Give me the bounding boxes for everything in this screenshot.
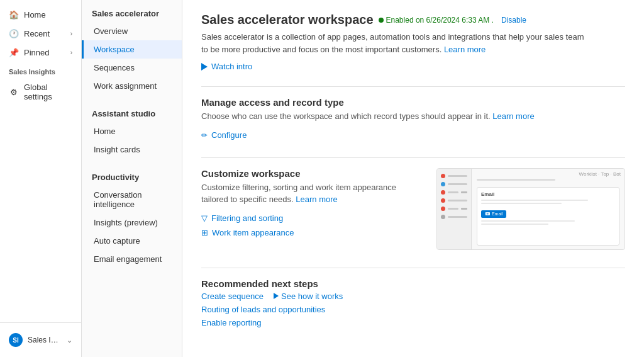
manage-access-title: Manage access and record type xyxy=(201,97,625,108)
pinned-chevron-icon: › xyxy=(70,49,72,56)
see-how-label: See how it works xyxy=(281,292,343,301)
pinned-icon: 📌 xyxy=(9,47,19,57)
main-content: Sales accelerator workspace Enabled on 6… xyxy=(182,0,644,357)
recent-icon: 🕐 xyxy=(9,28,19,38)
mid-item-auto-capture[interactable]: Auto capture xyxy=(82,232,182,250)
middle-navigation: Sales accelerator Overview Workspace Seq… xyxy=(82,0,182,357)
preview-sidebar xyxy=(437,169,472,249)
recent-chevron-icon: › xyxy=(70,30,72,37)
mid-item-sequences[interactable]: Sequences xyxy=(82,59,182,77)
mid-item-workspace[interactable]: Workspace xyxy=(82,40,182,59)
status-dot-icon xyxy=(379,18,384,23)
mid-item-email-engagement[interactable]: Email engagement xyxy=(82,250,182,268)
filter-icon: ▽ xyxy=(201,213,208,223)
nav-item-home[interactable]: 🏠 Home xyxy=(0,5,81,24)
preview-top-label: Worklist · Top · Bot xyxy=(579,171,621,177)
configure-link[interactable]: Configure xyxy=(201,130,625,140)
enable-reporting-link[interactable]: Enable reporting xyxy=(201,318,625,327)
customize-workspace-section: Customize workspace Customize filtering,… xyxy=(201,168,625,250)
nav-pinned-label: Pinned xyxy=(24,48,65,57)
preview-email-btn: 📧 Email xyxy=(481,210,506,218)
work-item-label: Work item appearance xyxy=(212,228,294,237)
status-enabled-text: Enabled on 6/26/2024 6:33 AM . xyxy=(386,16,494,25)
customize-desc: Customize filtering, sorting and work it… xyxy=(201,181,424,206)
create-sequence-link[interactable]: Create sequence xyxy=(201,292,264,301)
disable-link[interactable]: Disable xyxy=(501,16,526,25)
see-how-it-works-link[interactable]: See how it works xyxy=(274,292,343,301)
routing-link[interactable]: Routing of leads and opportunities xyxy=(201,305,625,314)
bottom-label: Sales Insights sett... xyxy=(28,336,62,344)
page-description: Sales accelerator is a collection of app… xyxy=(201,31,591,55)
nav-global-settings-label: Global settings xyxy=(24,82,72,101)
divider-2 xyxy=(201,157,625,158)
mid-item-insights-preview[interactable]: Insights (preview) xyxy=(82,213,182,232)
workspace-preview: Worklist · Top · Bot Email 📧 Email xyxy=(436,168,625,250)
nav-recent-label: Recent xyxy=(24,29,65,38)
manage-access-section: Manage access and record type Choose who… xyxy=(201,97,625,140)
pencil-icon xyxy=(201,130,208,140)
manage-access-learn-more[interactable]: Learn more xyxy=(492,111,534,121)
bottom-settings-item[interactable]: SI Sales Insights sett... ⌄ xyxy=(0,328,81,352)
customize-content: Customize workspace Customize filtering,… xyxy=(201,168,424,242)
work-item-appearance-link[interactable]: ⊞ Work item appearance xyxy=(201,228,424,237)
mid-item-asst-home[interactable]: Home xyxy=(82,122,182,140)
next-steps-title: Recommended next steps xyxy=(201,278,625,289)
sales-accelerator-header: Sales accelerator xyxy=(82,3,182,22)
filtering-label: Filtering and sorting xyxy=(211,213,283,223)
watch-intro-button[interactable]: Watch intro xyxy=(201,62,625,71)
nav-home-label: Home xyxy=(24,10,72,20)
preview-main-area: Email 📧 Email xyxy=(472,169,625,249)
watch-intro-label: Watch intro xyxy=(211,62,252,71)
sales-insights-section: Sales Insights xyxy=(0,62,81,78)
nav-item-global-settings[interactable]: ⚙ Global settings xyxy=(0,78,81,106)
mid-item-insight-cards[interactable]: Insight cards xyxy=(82,140,182,159)
customize-title: Customize workspace xyxy=(201,168,424,179)
play-icon xyxy=(201,63,208,71)
mid-item-overview[interactable]: Overview xyxy=(82,22,182,40)
bottom-chevron-icon: ⌄ xyxy=(67,336,72,344)
configure-label: Configure xyxy=(211,130,247,140)
small-play-icon xyxy=(274,293,279,299)
page-title: Sales accelerator workspace xyxy=(201,13,374,27)
nav-item-pinned[interactable]: 📌 Pinned › xyxy=(0,43,81,62)
next-steps-links: Create sequence See how it works Routing… xyxy=(201,292,625,327)
create-sequence-row: Create sequence See how it works xyxy=(201,292,625,301)
customize-learn-more[interactable]: Learn more xyxy=(296,195,337,204)
productivity-header: Productivity xyxy=(82,166,182,186)
manage-access-desc: Choose who can use the workspace and whi… xyxy=(201,110,579,123)
status-badge: Enabled on 6/26/2024 6:33 AM . xyxy=(379,16,494,25)
left-navigation: 🏠 Home 🕐 Recent › 📌 Pinned › Sales Insig… xyxy=(0,0,82,357)
home-icon: 🏠 xyxy=(9,9,19,20)
recommended-next-steps-section: Recommended next steps Create sequence S… xyxy=(201,278,625,327)
mid-item-work-assignment[interactable]: Work assignment xyxy=(82,77,182,95)
filtering-sorting-link[interactable]: ▽ Filtering and sorting xyxy=(201,213,424,223)
divider-1 xyxy=(201,86,625,87)
divider-3 xyxy=(201,268,625,268)
assistant-studio-header: Assistant studio xyxy=(82,103,182,122)
grid-icon: ⊞ xyxy=(201,228,208,237)
preview-email-label: Email xyxy=(481,191,615,197)
description-learn-more-link[interactable]: Learn more xyxy=(444,45,486,54)
nav-item-recent[interactable]: 🕐 Recent › xyxy=(0,24,81,43)
mid-item-conv-intelligence[interactable]: Conversation intelligence xyxy=(82,186,182,213)
global-settings-icon: ⚙ xyxy=(9,87,19,97)
avatar: SI xyxy=(9,333,23,347)
